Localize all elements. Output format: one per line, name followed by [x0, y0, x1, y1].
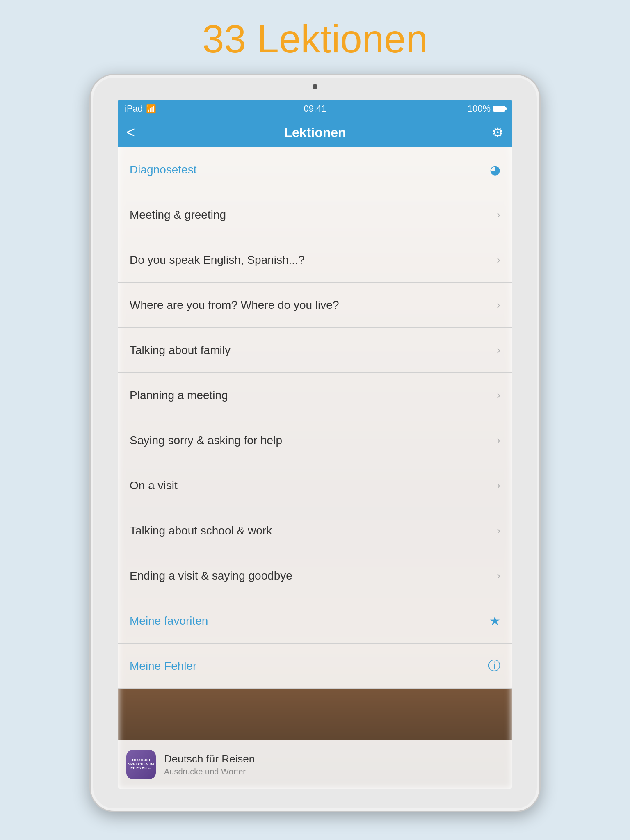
- item-right: ⓘ: [488, 657, 500, 674]
- wifi-icon: 📶: [146, 104, 156, 114]
- app-icon: DEUTSCH SPRECHEN De En Es Ru Ct: [126, 750, 156, 779]
- nav-bar: < Lektionen ⚙: [118, 118, 512, 147]
- list-item[interactable]: Talking about school & work ›: [118, 508, 512, 553]
- status-bar: iPad 📶 09:41 100%: [118, 100, 512, 118]
- item-right: ◕: [490, 162, 500, 177]
- item-label: Meeting & greeting: [130, 208, 226, 221]
- item-label: Talking about school & work: [130, 524, 272, 537]
- list-item[interactable]: Meine favoriten ★: [118, 598, 512, 644]
- chevron-icon: ›: [497, 569, 500, 582]
- item-label: Planning a meeting: [130, 389, 228, 402]
- item-right: ›: [497, 434, 500, 447]
- item-right: ›: [497, 253, 500, 266]
- lessons-list: Diagnosetest ◕ Meeting & greeting › Do y…: [118, 147, 512, 740]
- item-right: ›: [497, 299, 500, 311]
- status-left: iPad 📶: [125, 103, 156, 114]
- item-label: Meine favoriten: [130, 614, 208, 628]
- list-item[interactable]: Talking about family ›: [118, 328, 512, 373]
- item-label: Meine Fehler: [130, 660, 196, 673]
- app-info: Deutsch für Reisen Ausdrücke und Wörter: [164, 753, 255, 776]
- item-right: ›: [497, 524, 500, 537]
- list-item[interactable]: Planning a meeting ›: [118, 373, 512, 418]
- battery-icon: [493, 106, 505, 112]
- screen: iPad 📶 09:41 100% < Lektionen ⚙ Diagnose…: [118, 100, 512, 789]
- app-name: Deutsch für Reisen: [164, 753, 255, 765]
- info-icon: ⓘ: [488, 657, 500, 674]
- list-item[interactable]: Diagnosetest ◕: [118, 147, 512, 192]
- item-right: ›: [497, 344, 500, 356]
- back-button[interactable]: <: [126, 124, 135, 141]
- app-icon-label: DEUTSCH SPRECHEN De En Es Ru Ct: [126, 758, 156, 771]
- item-right: ★: [489, 614, 500, 628]
- item-label: Diagnosetest: [130, 163, 196, 176]
- item-label: Do you speak English, Spanish...?: [130, 253, 304, 267]
- status-time: 09:41: [304, 103, 326, 114]
- list-item[interactable]: Meeting & greeting ›: [118, 192, 512, 237]
- tablet-frame: iPad 📶 09:41 100% < Lektionen ⚙ Diagnose…: [89, 74, 541, 812]
- item-right: ›: [497, 208, 500, 221]
- item-label: Where are you from? Where do you live?: [130, 299, 339, 312]
- item-right: ›: [497, 389, 500, 402]
- list-item[interactable]: Meine Fehler ⓘ: [118, 644, 512, 689]
- chevron-icon: ›: [497, 344, 500, 356]
- battery-label: 100%: [468, 103, 491, 114]
- chart-icon: ◕: [490, 162, 500, 177]
- page-title: 33 Lektionen: [202, 16, 428, 62]
- list-item[interactable]: Ending a visit & saying goodbye ›: [118, 553, 512, 598]
- chevron-icon: ›: [497, 479, 500, 492]
- chevron-icon: ›: [497, 299, 500, 311]
- item-label: Ending a visit & saying goodbye: [130, 569, 292, 582]
- chevron-icon: ›: [497, 389, 500, 402]
- gear-icon[interactable]: ⚙: [492, 125, 504, 140]
- list-item[interactable]: Do you speak English, Spanish...? ›: [118, 237, 512, 283]
- nav-title: Lektionen: [284, 125, 346, 140]
- item-right: ›: [497, 569, 500, 582]
- chevron-icon: ›: [497, 524, 500, 537]
- item-right: ›: [497, 479, 500, 492]
- list-item[interactable]: Saying sorry & asking for help ›: [118, 418, 512, 463]
- chevron-icon: ›: [497, 208, 500, 221]
- star-icon: ★: [489, 614, 500, 628]
- device-label: iPad: [125, 103, 143, 114]
- item-label: Saying sorry & asking for help: [130, 434, 282, 447]
- app-subtitle: Ausdrücke und Wörter: [164, 767, 255, 776]
- chevron-icon: ›: [497, 253, 500, 266]
- list-item[interactable]: Where are you from? Where do you live? ›: [118, 283, 512, 328]
- item-label: On a visit: [130, 479, 178, 492]
- bottom-app-row[interactable]: DEUTSCH SPRECHEN De En Es Ru Ct Deutsch …: [118, 740, 512, 789]
- list-item[interactable]: On a visit ›: [118, 463, 512, 508]
- item-label: Talking about family: [130, 344, 231, 357]
- chevron-icon: ›: [497, 434, 500, 447]
- status-right: 100%: [468, 103, 505, 114]
